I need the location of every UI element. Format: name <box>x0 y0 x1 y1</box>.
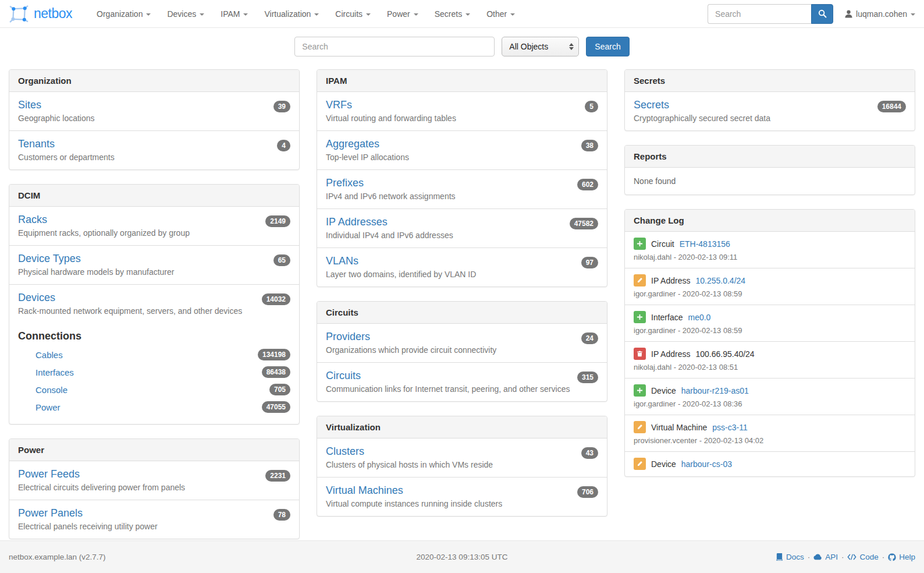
panel-heading: Power <box>9 439 299 461</box>
changelog-entry: Device harbour-cs-03 <box>625 451 915 476</box>
providers-link[interactable]: Providers <box>326 331 370 342</box>
racks-link[interactable]: Racks <box>18 214 47 225</box>
clusters-link[interactable]: Clusters <box>326 445 364 457</box>
panel-reports: Reports None found <box>624 145 915 195</box>
item-description: Individual IPv4 and IPv6 addresses <box>326 231 453 240</box>
cables-link[interactable]: Cables <box>35 350 63 360</box>
object-link[interactable]: me0.0 <box>688 313 710 322</box>
nav-item-circuits[interactable]: Circuits <box>327 0 379 28</box>
panel-heading: Secrets <box>625 70 915 92</box>
list-item-vrfs: VRFs Virtual routing and forwarding tabl… <box>317 92 607 130</box>
panel-power: Power Power Feeds Electrical circuits de… <box>9 438 300 539</box>
secrets-link[interactable]: Secrets <box>634 99 669 111</box>
count-badge: 134198 <box>258 349 290 360</box>
interfaces-link[interactable]: Interfaces <box>35 367 74 377</box>
count-badge: 14032 <box>262 293 290 305</box>
nav-item-power[interactable]: Power <box>379 0 427 28</box>
circuits-link[interactable]: Circuits <box>326 370 361 381</box>
help-link[interactable]: Help <box>888 553 915 561</box>
power-panels-link[interactable]: Power Panels <box>18 507 83 519</box>
chevron-down-icon <box>200 13 204 16</box>
count-badge: 65 <box>273 254 290 266</box>
chevron-down-icon <box>243 13 248 16</box>
count-badge: 47582 <box>570 218 598 229</box>
vlans-link[interactable]: VLANs <box>326 255 358 267</box>
panel-dcim: DCIM Racks Equipment racks, optionally o… <box>9 184 300 425</box>
search-scope-select[interactable]: All Objects <box>502 37 579 56</box>
count-badge: 43 <box>581 447 598 459</box>
count-badge: 5 <box>585 101 598 112</box>
list-item-circuits: Circuits Communication links for Interne… <box>317 362 607 401</box>
global-search-button[interactable]: Search <box>586 37 629 56</box>
list-item-racks: Racks Equipment racks, optionally organi… <box>9 207 299 245</box>
cloud-icon <box>813 554 822 560</box>
count-badge: 2149 <box>265 215 290 227</box>
dashboard: Organization Sites Geographic locations … <box>0 69 924 539</box>
object-link[interactable]: ETH-4813156 <box>680 239 730 249</box>
brand-text: netbox <box>34 6 72 22</box>
panel-heading: Organization <box>9 70 299 92</box>
sites-link[interactable]: Sites <box>18 99 41 111</box>
user-icon <box>845 10 852 18</box>
object-type: Device <box>651 386 676 395</box>
object-link[interactable]: pss-c3-11 <box>712 423 747 432</box>
docs-link[interactable]: Docs <box>776 553 804 561</box>
nav-item-organization[interactable]: Organization <box>88 0 159 28</box>
devices-link[interactable]: Devices <box>18 292 55 303</box>
api-link[interactable]: API <box>813 553 838 561</box>
item-description: Communication links for Internet transit… <box>326 384 570 394</box>
ip-addresses-link[interactable]: IP Addresses <box>326 216 388 228</box>
nav-item-virtualization[interactable]: Virtualization <box>256 0 327 28</box>
count-badge: 16844 <box>877 101 906 112</box>
power-feeds-link[interactable]: Power Feeds <box>18 468 80 480</box>
item-description: Customers or departments <box>18 153 115 162</box>
power-connections-link[interactable]: Power <box>35 402 61 412</box>
brand-home-link[interactable]: netbox <box>9 5 72 23</box>
count-badge: 38 <box>581 140 598 151</box>
username: luqman.cohen <box>856 9 907 19</box>
global-search-input[interactable] <box>294 37 495 56</box>
navbar-search-input[interactable] <box>708 4 811 24</box>
edit-icon <box>634 274 646 286</box>
count-badge: 4 <box>277 140 290 151</box>
netbox-logo-icon <box>9 5 30 23</box>
nav-item-ipam[interactable]: IPAM <box>212 0 256 28</box>
connection-row-power: Power 47055 <box>18 398 290 416</box>
nav-item-other[interactable]: Other <box>478 0 523 28</box>
count-badge: 2231 <box>265 470 290 482</box>
count-badge: 24 <box>581 333 598 344</box>
count-badge: 47055 <box>262 401 290 413</box>
panel-heading: IPAM <box>317 70 607 92</box>
count-badge: 86438 <box>262 366 290 378</box>
prefixes-link[interactable]: Prefixes <box>326 177 364 189</box>
navbar-search-group <box>708 4 833 24</box>
object-name: 100.66.95.40/24 <box>695 349 754 359</box>
code-link[interactable]: Code <box>847 553 878 561</box>
vrfs-link[interactable]: VRFs <box>326 99 352 111</box>
chevron-down-icon <box>414 13 418 16</box>
chevron-down-icon <box>465 13 470 16</box>
item-description: Geographic locations <box>18 114 95 123</box>
item-description: IPv4 and IPv6 network assignments <box>326 192 456 201</box>
entry-meta: nikolaj.dahl - 2020-02-13 09:11 <box>634 253 906 261</box>
panel-heading: Reports <box>625 146 915 168</box>
console-link[interactable]: Console <box>35 385 67 395</box>
object-type: Interface <box>651 313 683 322</box>
changelog-entry: Virtual Machine pss-c3-11 provisioner.vc… <box>625 415 915 451</box>
tenants-link[interactable]: Tenants <box>18 138 55 150</box>
object-type: Virtual Machine <box>651 423 707 432</box>
list-item-secrets: Secrets Cryptographically secured secret… <box>625 92 915 130</box>
aggregates-link[interactable]: Aggregates <box>326 138 379 150</box>
virtual-machines-link[interactable]: Virtual Machines <box>326 484 403 496</box>
object-link[interactable]: 10.255.0.4/24 <box>695 276 745 285</box>
entry-meta: igor.gardiner - 2020-02-13 08:59 <box>634 326 906 335</box>
object-link[interactable]: harbour-cs-03 <box>681 459 732 469</box>
device-types-link[interactable]: Device Types <box>18 253 81 264</box>
list-item-aggregates: Aggregates Top-level IP allocations 38 <box>317 130 607 169</box>
nav-item-secrets[interactable]: Secrets <box>427 0 478 28</box>
object-link[interactable]: harbour-r219-as01 <box>681 386 749 395</box>
navbar-search-button[interactable] <box>811 4 833 24</box>
nav-item-devices[interactable]: Devices <box>159 0 212 28</box>
list-item-virtual-machines: Virtual Machines Virtual compute instanc… <box>317 477 607 516</box>
user-menu[interactable]: luqman.cohen <box>845 9 915 19</box>
